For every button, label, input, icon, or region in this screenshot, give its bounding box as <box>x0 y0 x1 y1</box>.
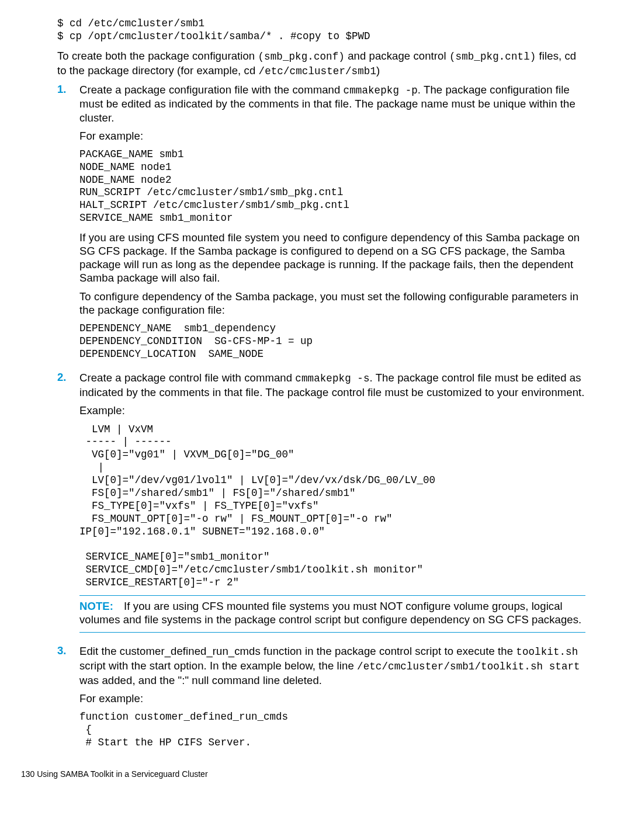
note-paragraph: NOTE:If you are using CFS mounted file s… <box>79 599 585 626</box>
code-line: $ cp /opt/cmcluster/toolkit/samba/* . #c… <box>57 30 370 42</box>
note-body: If you are using CFS mounted file system… <box>79 600 581 626</box>
body-paragraph: For example: <box>79 129 585 143</box>
text: was added, and the ":" null command line… <box>79 674 322 686</box>
text: script with the start option. In the exa… <box>79 659 357 672</box>
text: ) <box>376 64 380 77</box>
list-item-2: 2. Create a package control file with co… <box>57 371 585 636</box>
body-paragraph: To create both the package configuration… <box>57 49 585 78</box>
list-item-1: 1. Create a package configuration file w… <box>57 83 585 367</box>
inline-code: toolkit.sh <box>516 646 578 658</box>
code-line: $ cd /etc/cmcluster/smb1 <box>57 18 204 29</box>
list-number: 3. <box>57 644 66 657</box>
list-item-3: 3. Edit the customer_defined_run_cmds fu… <box>57 644 585 755</box>
inline-code: (smb_pkg.cntl) <box>449 51 536 63</box>
inline-code: /etc/cmcluster/smb1/toolkit.sh start <box>357 661 580 672</box>
body-paragraph: Create a package configuration file with… <box>79 83 585 124</box>
note-rule-top <box>79 595 585 596</box>
list-number: 1. <box>57 83 66 95</box>
list-number: 2. <box>57 371 66 383</box>
body-paragraph: For example: <box>79 692 585 705</box>
code-block: LVM | VxVM ----- | ------ VG[0]="vg01" |… <box>79 424 585 589</box>
body-paragraph: To configure dependency of the Samba pac… <box>79 290 585 317</box>
note-rule-bottom <box>79 632 585 633</box>
inline-code: cmmakepkg -p <box>344 85 418 96</box>
inline-code: (smb_pkg.conf) <box>258 51 345 63</box>
inline-code: /etc/cmcluster/smb1 <box>259 65 376 77</box>
inline-code: cmmakepkg -s <box>295 373 369 384</box>
code-block: function customer_defined_run_cmds { # S… <box>79 711 585 749</box>
body-paragraph: Edit the customer_defined_run_cmds funct… <box>79 644 585 687</box>
body-paragraph: Example: <box>79 404 585 417</box>
note-label: NOTE: <box>79 600 113 612</box>
code-preamble-cd: $ cd /etc/cmcluster/smb1 $ cp /opt/cmclu… <box>57 18 585 43</box>
code-block: DEPENDENCY_NAME smb1_dependency DEPENDEN… <box>79 322 585 361</box>
code-block: PACKAGE_NAME smb1 NODE_NAME node1 NODE_N… <box>79 148 585 225</box>
text: Create a package control file with comma… <box>79 372 295 384</box>
text: Edit the customer_defined_run_cmds funct… <box>79 645 516 657</box>
text: To create both the package configuration <box>57 50 258 62</box>
body-paragraph: Create a package control file with comma… <box>79 371 585 399</box>
body-paragraph: If you are using CFS mounted file system… <box>79 231 585 285</box>
text: and package control <box>345 50 449 62</box>
text: Create a package configuration file with… <box>79 84 344 96</box>
page-footer: 130 Using SAMBA Toolkit in a Serviceguar… <box>21 769 585 779</box>
